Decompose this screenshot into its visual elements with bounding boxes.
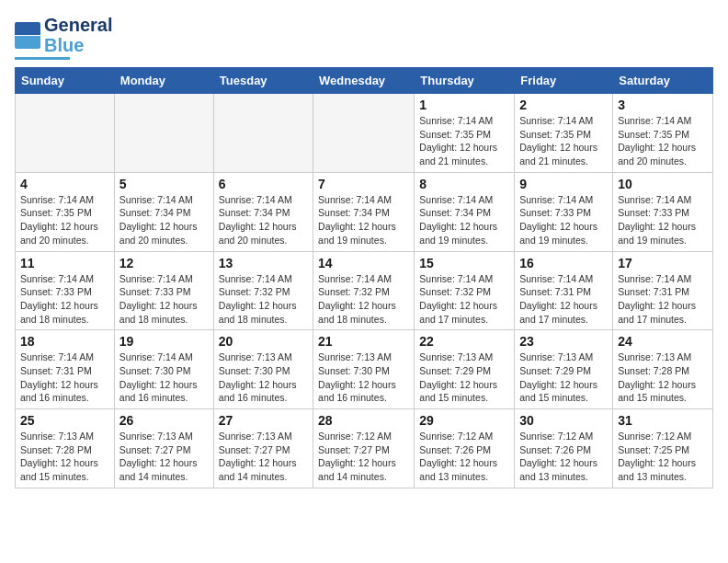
day-number: 3 <box>618 98 708 112</box>
calendar-header-row: SundayMondayTuesdayWednesdayThursdayFrid… <box>16 68 713 94</box>
day-number: 19 <box>119 334 209 349</box>
calendar-cell: 26Sunrise: 7:13 AM Sunset: 7:27 PM Dayli… <box>114 409 213 488</box>
day-info: Sunrise: 7:12 AM Sunset: 7:27 PM Dayligh… <box>318 430 409 484</box>
calendar-cell: 9Sunrise: 7:14 AM Sunset: 7:33 PM Daylig… <box>515 172 613 251</box>
day-number: 20 <box>219 334 308 349</box>
calendar-cell: 29Sunrise: 7:12 AM Sunset: 7:26 PM Dayli… <box>415 409 515 488</box>
day-info: Sunrise: 7:14 AM Sunset: 7:34 PM Dayligh… <box>219 193 308 247</box>
calendar-cell: 10Sunrise: 7:14 AM Sunset: 7:33 PM Dayli… <box>613 172 713 251</box>
day-info: Sunrise: 7:14 AM Sunset: 7:34 PM Dayligh… <box>119 193 209 247</box>
calendar-cell: 7Sunrise: 7:14 AM Sunset: 7:34 PM Daylig… <box>313 172 415 251</box>
calendar-cell: 18Sunrise: 7:14 AM Sunset: 7:31 PM Dayli… <box>16 330 115 409</box>
day-number: 27 <box>219 413 308 428</box>
day-number: 6 <box>219 177 308 191</box>
calendar-cell: 21Sunrise: 7:13 AM Sunset: 7:30 PM Dayli… <box>313 330 415 409</box>
day-number: 30 <box>519 413 608 428</box>
calendar-cell: 6Sunrise: 7:14 AM Sunset: 7:34 PM Daylig… <box>213 172 313 251</box>
day-number: 16 <box>519 256 608 270</box>
day-number: 14 <box>318 256 409 270</box>
day-info: Sunrise: 7:13 AM Sunset: 7:29 PM Dayligh… <box>519 350 608 405</box>
day-number: 26 <box>119 413 209 428</box>
day-info: Sunrise: 7:14 AM Sunset: 7:33 PM Dayligh… <box>119 272 209 327</box>
calendar-header-monday: Monday <box>114 68 213 94</box>
day-info: Sunrise: 7:14 AM Sunset: 7:34 PM Dayligh… <box>318 193 409 247</box>
calendar-cell: 17Sunrise: 7:14 AM Sunset: 7:31 PM Dayli… <box>613 251 713 330</box>
day-info: Sunrise: 7:12 AM Sunset: 7:26 PM Dayligh… <box>419 430 509 484</box>
day-number: 15 <box>419 256 509 270</box>
day-info: Sunrise: 7:14 AM Sunset: 7:32 PM Dayligh… <box>419 272 509 327</box>
calendar-header-wednesday: Wednesday <box>313 68 415 94</box>
calendar-cell: 15Sunrise: 7:14 AM Sunset: 7:32 PM Dayli… <box>415 251 515 330</box>
day-number: 12 <box>119 256 209 270</box>
day-info: Sunrise: 7:13 AM Sunset: 7:29 PM Dayligh… <box>419 350 509 405</box>
calendar-cell: 3Sunrise: 7:14 AM Sunset: 7:35 PM Daylig… <box>613 94 713 173</box>
day-number: 4 <box>20 177 109 191</box>
calendar-week-2: 4Sunrise: 7:14 AM Sunset: 7:35 PM Daylig… <box>16 172 713 251</box>
calendar-cell: 27Sunrise: 7:13 AM Sunset: 7:27 PM Dayli… <box>213 409 313 488</box>
calendar-header-thursday: Thursday <box>415 68 515 94</box>
calendar-cell <box>16 94 115 173</box>
day-number: 25 <box>20 413 109 428</box>
day-info: Sunrise: 7:14 AM Sunset: 7:35 PM Dayligh… <box>419 114 509 168</box>
day-number: 31 <box>618 413 708 428</box>
calendar-cell: 25Sunrise: 7:13 AM Sunset: 7:28 PM Dayli… <box>16 409 115 488</box>
day-info: Sunrise: 7:14 AM Sunset: 7:33 PM Dayligh… <box>618 193 708 247</box>
day-info: Sunrise: 7:14 AM Sunset: 7:30 PM Dayligh… <box>119 350 209 405</box>
calendar-cell: 11Sunrise: 7:14 AM Sunset: 7:33 PM Dayli… <box>16 251 115 330</box>
calendar-cell: 1Sunrise: 7:14 AM Sunset: 7:35 PM Daylig… <box>415 94 515 173</box>
day-info: Sunrise: 7:13 AM Sunset: 7:28 PM Dayligh… <box>20 430 109 484</box>
day-info: Sunrise: 7:14 AM Sunset: 7:35 PM Dayligh… <box>20 193 109 247</box>
calendar-cell: 20Sunrise: 7:13 AM Sunset: 7:30 PM Dayli… <box>213 330 313 409</box>
day-number: 17 <box>618 256 708 270</box>
calendar-header-tuesday: Tuesday <box>213 68 313 94</box>
calendar-week-3: 11Sunrise: 7:14 AM Sunset: 7:33 PM Dayli… <box>16 251 713 330</box>
day-info: Sunrise: 7:14 AM Sunset: 7:33 PM Dayligh… <box>519 193 608 247</box>
day-number: 5 <box>119 177 209 191</box>
calendar-cell: 22Sunrise: 7:13 AM Sunset: 7:29 PM Dayli… <box>415 330 515 409</box>
day-number: 24 <box>618 334 708 349</box>
calendar-week-1: 1Sunrise: 7:14 AM Sunset: 7:35 PM Daylig… <box>16 94 713 173</box>
day-info: Sunrise: 7:14 AM Sunset: 7:32 PM Dayligh… <box>219 272 308 327</box>
day-number: 10 <box>618 177 708 191</box>
calendar-cell: 14Sunrise: 7:14 AM Sunset: 7:32 PM Dayli… <box>313 251 415 330</box>
calendar-cell: 2Sunrise: 7:14 AM Sunset: 7:35 PM Daylig… <box>515 94 613 173</box>
calendar-cell: 28Sunrise: 7:12 AM Sunset: 7:27 PM Dayli… <box>313 409 415 488</box>
day-number: 9 <box>519 177 608 191</box>
day-info: Sunrise: 7:14 AM Sunset: 7:31 PM Dayligh… <box>618 272 708 327</box>
calendar-header-sunday: Sunday <box>16 68 115 94</box>
day-number: 21 <box>318 334 409 349</box>
day-number: 29 <box>419 413 509 428</box>
calendar-cell: 19Sunrise: 7:14 AM Sunset: 7:30 PM Dayli… <box>114 330 213 409</box>
calendar-cell: 13Sunrise: 7:14 AM Sunset: 7:32 PM Dayli… <box>213 251 313 330</box>
calendar-cell: 31Sunrise: 7:12 AM Sunset: 7:25 PM Dayli… <box>613 409 713 488</box>
calendar-cell <box>313 94 415 173</box>
header: General Blue <box>15 15 713 60</box>
calendar-cell <box>213 94 313 173</box>
day-number: 1 <box>419 98 509 112</box>
logo-blue: Blue <box>44 35 112 55</box>
day-info: Sunrise: 7:12 AM Sunset: 7:25 PM Dayligh… <box>618 430 708 484</box>
day-number: 23 <box>519 334 608 349</box>
day-info: Sunrise: 7:14 AM Sunset: 7:33 PM Dayligh… <box>20 272 109 327</box>
day-number: 8 <box>419 177 509 191</box>
day-info: Sunrise: 7:12 AM Sunset: 7:26 PM Dayligh… <box>519 430 608 484</box>
day-info: Sunrise: 7:13 AM Sunset: 7:27 PM Dayligh… <box>219 430 308 484</box>
day-info: Sunrise: 7:14 AM Sunset: 7:31 PM Dayligh… <box>20 350 109 405</box>
day-number: 18 <box>20 334 109 349</box>
calendar-week-5: 25Sunrise: 7:13 AM Sunset: 7:28 PM Dayli… <box>16 409 713 488</box>
day-number: 11 <box>20 256 109 270</box>
logo-general: General <box>44 15 112 35</box>
calendar-week-4: 18Sunrise: 7:14 AM Sunset: 7:31 PM Dayli… <box>16 330 713 409</box>
day-info: Sunrise: 7:14 AM Sunset: 7:31 PM Dayligh… <box>519 272 608 327</box>
calendar-cell: 8Sunrise: 7:14 AM Sunset: 7:34 PM Daylig… <box>415 172 515 251</box>
day-info: Sunrise: 7:14 AM Sunset: 7:35 PM Dayligh… <box>519 114 608 168</box>
day-info: Sunrise: 7:14 AM Sunset: 7:34 PM Dayligh… <box>419 193 509 247</box>
calendar-cell: 5Sunrise: 7:14 AM Sunset: 7:34 PM Daylig… <box>114 172 213 251</box>
day-info: Sunrise: 7:13 AM Sunset: 7:27 PM Dayligh… <box>119 430 209 484</box>
logo: General Blue <box>15 15 112 60</box>
day-info: Sunrise: 7:14 AM Sunset: 7:35 PM Dayligh… <box>618 114 708 168</box>
day-number: 13 <box>219 256 308 270</box>
calendar-cell: 23Sunrise: 7:13 AM Sunset: 7:29 PM Dayli… <box>515 330 613 409</box>
calendar-cell: 4Sunrise: 7:14 AM Sunset: 7:35 PM Daylig… <box>16 172 115 251</box>
calendar-header-friday: Friday <box>515 68 613 94</box>
